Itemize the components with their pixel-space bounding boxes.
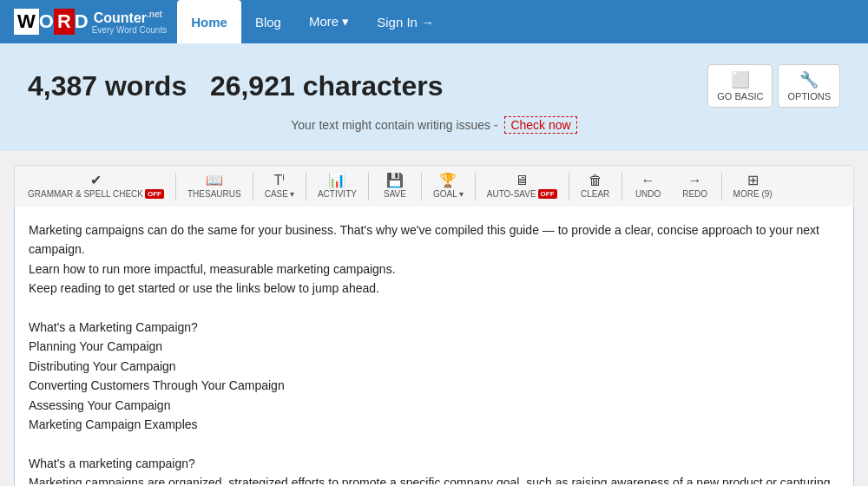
text-editor[interactable]	[15, 207, 853, 484]
toolbar-separator-4	[368, 173, 369, 200]
toolbar-separator	[175, 173, 176, 200]
header: W O R D Counter.net Every Word Counts Ho…	[0, 0, 868, 43]
toolbar-separator-5	[421, 173, 422, 200]
checkmark-icon: ✔	[90, 174, 102, 187]
toolbar-separator-3	[306, 173, 306, 200]
editor-section: ✔ GRAMMAR & SPELL CHECK OFF 📖 THESAURUS …	[0, 151, 868, 486]
goal-button[interactable]: 🏆 GOAL▾	[425, 169, 471, 203]
save-icon: 💾	[386, 174, 404, 187]
book-icon: 📖	[206, 174, 223, 187]
logo[interactable]: W O R D Counter.net Every Word Counts	[14, 9, 167, 35]
clear-icon: 🗑	[589, 174, 602, 187]
nav-blog[interactable]: Blog	[241, 0, 295, 43]
case-icon: Tᴵ	[273, 174, 285, 187]
clear-button[interactable]: 🗑 CLEAR	[573, 169, 618, 203]
nav-home[interactable]: Home	[177, 0, 241, 43]
activity-button[interactable]: 📊 ACTIVITY	[310, 169, 365, 203]
more-button[interactable]: ⊞ MORE (9)	[726, 169, 780, 203]
autosave-icon: 🖥	[515, 174, 529, 187]
undo-button[interactable]: ← UNDO	[626, 169, 671, 203]
nav-signin[interactable]: Sign In →	[363, 0, 448, 43]
undo-icon: ←	[641, 174, 655, 187]
logo-counter: Counter.net	[94, 10, 162, 25]
check-now-link[interactable]: Check now	[504, 116, 576, 134]
autosave-off-badge: OFF	[538, 189, 557, 199]
redo-icon: →	[688, 174, 702, 187]
go-basic-button[interactable]: ⬜ GO BASIC	[707, 64, 773, 108]
logo-o: O	[39, 10, 54, 33]
action-buttons: ⬜ GO BASIC 🔧 OPTIONS	[707, 64, 840, 108]
logo-tagline: Every Word Counts	[92, 26, 168, 35]
redo-button[interactable]: → REDO	[673, 169, 718, 203]
characters-label: characters	[303, 70, 444, 102]
logo-w: W	[14, 9, 39, 35]
toolbar-separator-2	[253, 173, 253, 200]
thesaurus-button[interactable]: 📖 THESAURUS	[180, 169, 249, 203]
word-count: 4,387	[28, 70, 97, 102]
toolbar-separator-7	[569, 173, 569, 200]
save-button[interactable]: 💾 SAVE	[372, 169, 418, 203]
toolbar-separator-6	[475, 173, 476, 200]
toolbar-separator-9	[721, 173, 722, 200]
options-button[interactable]: 🔧 OPTIONS	[778, 64, 840, 108]
chart-icon: 📊	[328, 174, 345, 187]
toolbar-separator-8	[621, 173, 622, 200]
autosave-button[interactable]: 🖥 AUTO-SAVE OFF	[479, 169, 565, 203]
check-notice-text: Your text might contain writing issues -	[291, 118, 497, 132]
grid-icon: ⊞	[747, 174, 759, 187]
grammar-off-badge: OFF	[145, 189, 164, 199]
wrench-icon: 🔧	[799, 70, 819, 89]
check-notice: Your text might contain writing issues -…	[28, 118, 840, 137]
grammar-spell-check-button[interactable]: ✔ GRAMMAR & SPELL CHECK OFF	[20, 169, 172, 203]
nav-more[interactable]: More ▾	[295, 0, 363, 43]
char-count: 26,921	[210, 70, 295, 102]
external-link-icon: ⬜	[731, 70, 750, 89]
logo-d: D	[75, 10, 89, 33]
toolbar: ✔ GRAMMAR & SPELL CHECK OFF 📖 THESAURUS …	[14, 165, 854, 207]
main-nav: Home Blog More ▾ Sign In →	[177, 0, 448, 43]
trophy-icon: 🏆	[439, 174, 457, 187]
words-label: words	[105, 70, 187, 102]
case-button[interactable]: Tᴵ CASE▾	[257, 169, 302, 203]
stats-area: 4,387 words 26,921 characters ⬜ GO BASIC…	[0, 43, 868, 151]
word-count-display: 4,387 words 26,921 characters	[28, 70, 444, 102]
editor-wrapper	[14, 207, 854, 486]
logo-r: R	[54, 9, 75, 35]
